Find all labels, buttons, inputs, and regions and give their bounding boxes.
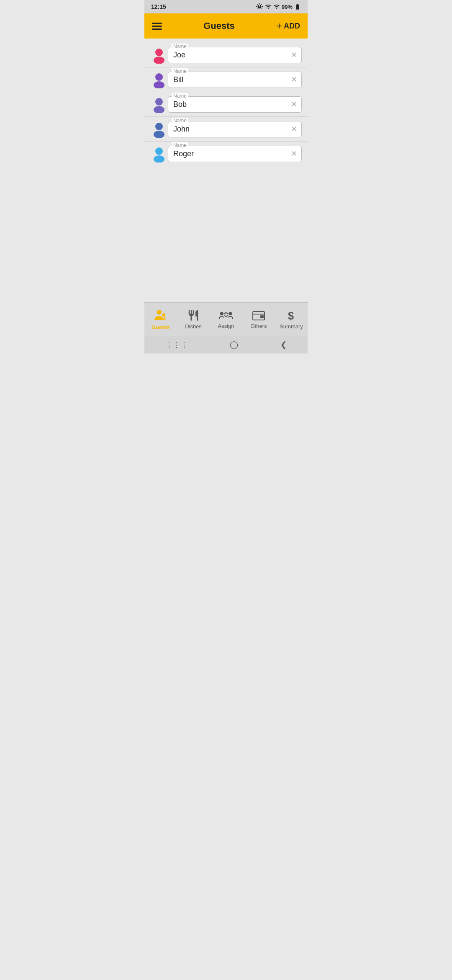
svg-text:$: $: [288, 310, 294, 322]
svg-point-7: [154, 131, 164, 138]
guest-name: Bob: [173, 100, 187, 108]
guest-row: Name Roger ✕: [144, 142, 308, 166]
name-field[interactable]: Name Bob ✕: [168, 96, 302, 113]
field-label: Name: [172, 93, 188, 99]
others-nav-label: Others: [250, 323, 267, 329]
clear-button[interactable]: ✕: [291, 51, 297, 59]
svg-point-10: [157, 310, 162, 315]
svg-point-5: [154, 106, 164, 113]
status-bar: 12:15 99%: [144, 0, 308, 13]
page-title: Guests: [203, 21, 235, 31]
signal-icon: [273, 3, 280, 10]
field-label: Name: [172, 68, 188, 74]
svg-point-13: [164, 319, 166, 320]
guest-name: John: [173, 125, 190, 133]
svg-rect-18: [260, 315, 264, 318]
guest-avatar: [150, 46, 168, 64]
main-content: Name Joe ✕ Name Bill ✕ Name Bob ✕ Name J…: [144, 39, 308, 302]
nav-item-others[interactable]: Others: [242, 309, 275, 329]
svg-line-12: [164, 317, 165, 319]
alarm-icon: [256, 3, 263, 10]
svg-point-0: [155, 49, 163, 56]
nav-item-dishes[interactable]: Dishes: [177, 309, 210, 330]
assign-nav-label: Assign: [218, 323, 234, 329]
name-field[interactable]: Name Joe ✕: [168, 47, 302, 63]
guest-avatar: [150, 71, 168, 88]
clear-button[interactable]: ✕: [291, 76, 297, 83]
clear-button[interactable]: ✕: [291, 150, 297, 157]
svg-point-2: [155, 73, 163, 81]
wifi-icon: [265, 3, 272, 10]
battery-text: 99%: [282, 4, 293, 10]
others-icon: [252, 309, 265, 321]
system-nav: ⋮⋮⋮ ◯ ❮: [144, 336, 308, 353]
name-field[interactable]: Name Roger ✕: [168, 146, 302, 162]
svg-point-4: [155, 98, 163, 106]
guest-name: Roger: [173, 150, 194, 158]
guest-name: Bill: [173, 75, 183, 84]
name-field[interactable]: Name John ✕: [168, 121, 302, 137]
svg-point-6: [155, 123, 163, 130]
plus-icon: +: [276, 20, 282, 32]
field-label: Name: [172, 142, 188, 148]
name-field[interactable]: Name Bill ✕: [168, 72, 302, 88]
nav-item-guests[interactable]: Guests: [144, 308, 177, 330]
dishes-icon: [187, 309, 200, 322]
guests-nav-label: Guests: [152, 324, 170, 330]
guest-row: Name John ✕: [144, 117, 308, 142]
assign-icon: [219, 309, 233, 321]
svg-point-3: [154, 81, 164, 88]
svg-point-8: [155, 147, 163, 155]
battery-icon: [294, 3, 301, 10]
menu-button[interactable]: [152, 23, 162, 30]
status-icons: 99%: [256, 3, 301, 10]
field-label: Name: [172, 118, 188, 124]
assign-nav-icon: [219, 309, 233, 321]
status-time: 12:15: [151, 3, 166, 10]
svg-point-1: [154, 57, 164, 64]
clear-button[interactable]: ✕: [291, 101, 297, 108]
home-button[interactable]: ◯: [230, 340, 238, 349]
summary-nav-icon: $: [285, 309, 297, 322]
svg-point-14: [220, 312, 224, 316]
guest-avatar: [150, 95, 168, 113]
guest-row: Name Joe ✕: [144, 43, 308, 67]
recent-apps-button[interactable]: ⋮⋮⋮: [165, 340, 188, 349]
summary-icon: $: [285, 309, 297, 322]
guest-avatar: [150, 145, 168, 162]
field-label: Name: [172, 44, 188, 49]
add-button[interactable]: + ADD: [276, 20, 300, 32]
guest-avatar: [150, 120, 168, 138]
clear-button[interactable]: ✕: [291, 125, 297, 133]
header: Guests + ADD: [144, 13, 308, 39]
bottom-nav: Guests Dishes Assign Others $ Summary: [144, 302, 308, 336]
nav-item-assign[interactable]: Assign: [210, 309, 242, 329]
dishes-nav-icon: [187, 309, 200, 322]
others-nav-icon: [252, 309, 265, 321]
back-button[interactable]: ❮: [280, 340, 287, 349]
dishes-nav-label: Dishes: [185, 323, 202, 330]
guest-name: Joe: [173, 51, 185, 59]
guest-row: Name Bill ✕: [144, 67, 308, 92]
summary-nav-label: Summary: [280, 323, 303, 330]
guests-nav-icon: [154, 308, 168, 322]
svg-point-11: [162, 313, 166, 317]
guests-icon: [154, 308, 168, 322]
guest-row: Name Bob ✕: [144, 92, 308, 117]
nav-item-summary[interactable]: $ Summary: [275, 309, 308, 330]
svg-point-15: [229, 312, 232, 316]
svg-point-9: [154, 155, 164, 162]
